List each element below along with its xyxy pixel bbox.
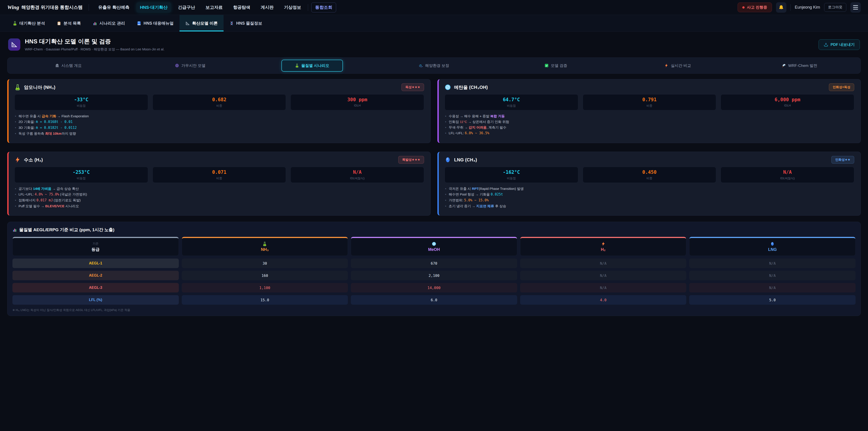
stat-label: IDLH(질식)	[722, 176, 852, 180]
stat-value: -33°C	[16, 97, 147, 102]
stat-box: -162°C비등점	[445, 167, 578, 183]
stat-label: 비중	[584, 176, 715, 180]
stat-label: IDLH(질식)	[292, 176, 423, 180]
tab-system-overview[interactable]: 시스템 개요	[7, 59, 129, 72]
app-title: 해양환경 위기대응 통합시스템	[21, 4, 83, 10]
menu-button[interactable]	[850, 2, 861, 13]
subnav-item-label: 시나리오 관리	[99, 21, 125, 26]
tab-model-validation[interactable]: 모델 검증	[495, 59, 617, 72]
stat-box: 300 ppmIDLH	[290, 94, 424, 110]
stats-row: 64.7°C비등점0.791비중6,000 ppmIDLH	[445, 94, 854, 110]
stat-box: 0.682비중	[153, 94, 286, 110]
nav-item-emergency-rescue[interactable]: 긴급구난	[174, 2, 199, 13]
nav-item-integrated-search[interactable]: 통합조회	[311, 2, 336, 12]
bullet-item: LFL~UFL: 4.0% ~ 75.0% (극넓은 가연범위)	[14, 191, 424, 197]
subnav-item-label: 대기확산 분석	[20, 21, 45, 26]
test-tube-icon	[295, 63, 299, 68]
stat-box: 0.071비중	[153, 167, 286, 183]
stat-box: 64.7°C비등점	[445, 94, 578, 110]
stat-label: 비중	[154, 176, 285, 180]
tab-label: 모델 검증	[551, 63, 567, 68]
nav-item-oil-spill-prediction[interactable]: 유출유 확산예측	[95, 2, 133, 13]
bullet-item: 수용성 → 해수 용해 + 증발 복합 거동	[445, 113, 854, 119]
tab-label: 시스템 개요	[61, 63, 82, 68]
lightning-icon	[14, 157, 21, 163]
bullet-item: 2D 기화율: ṁ = 0.0168t - 0.01	[14, 119, 424, 125]
subnav-item-label: 확산모델 이론	[192, 21, 218, 26]
aegl-comparison-panel: 물질별 AEGL/ERPG 기준 비교 (ppm, 1시간 노출) 기준등급NH…	[7, 222, 861, 316]
tab-substance-scenarios[interactable]: 물질별 시나리오	[251, 60, 373, 72]
check-icon	[545, 63, 549, 68]
page-header: HNS 대기확산 모델 이론 및 검증 WRF-Chem · Gaussian …	[0, 32, 868, 57]
table-title-row: 물질별 AEGL/ERPG 기준 비교 (ppm, 1시간 노출)	[12, 227, 856, 233]
clipboard-icon	[57, 21, 61, 26]
stat-box: 0.791비중	[583, 94, 716, 110]
incident-status-label: 사고 진행중	[747, 5, 767, 10]
bullet-item: 3D 기화율: ṁ = 0.0182t - 0.0112	[14, 125, 424, 131]
col-header-label: 등급	[92, 247, 100, 252]
stat-box: -33°C비등점	[14, 94, 148, 110]
app-logo[interactable]: Wing 해양환경 위기대응 통합시스템	[7, 4, 83, 10]
logo-wing-mark: Wing	[7, 4, 19, 10]
table-col-header-meoh: MeOH	[351, 237, 517, 256]
stat-box: N/AIDLH(질식)	[290, 167, 424, 183]
tab-realtime-comparison[interactable]: 실시간 비교	[617, 59, 739, 72]
notifications-button[interactable]	[776, 2, 786, 13]
tab-gaussian-model[interactable]: 가우시안 모델	[129, 59, 251, 72]
row-label-cell: LFL (%)	[12, 295, 179, 305]
hazard-badge: 인화성★★	[831, 156, 854, 164]
subnav-item-label: HNS 물질정보	[236, 21, 262, 26]
property-bullets: 수용성 → 해수 용해 + 증발 복합 거동인화점 11°C → 상온에서 증기…	[445, 113, 854, 136]
value-cell: 6.0	[351, 295, 517, 305]
top-navigation-bar: Wing 해양환경 위기대응 통합시스템 유출유 확산예측HNS·대기확산긴급구…	[0, 0, 868, 15]
sphere-icon	[445, 157, 451, 163]
value-cell: 670	[351, 258, 517, 268]
chemical-name: 암모니아 (NH₃)	[24, 84, 55, 90]
nav-item-board[interactable]: 게시판	[257, 2, 277, 13]
stat-value: 0.791	[584, 97, 715, 102]
tab-marine-correction[interactable]: 해양환경 보정	[373, 59, 495, 72]
stat-value: 0.450	[584, 170, 715, 175]
incident-status-badge[interactable]: 사고 진행중	[738, 2, 772, 12]
subnav-item-label: HNS 대응매뉴얼	[144, 21, 174, 26]
sphere-icon	[770, 242, 775, 246]
pdf-export-button[interactable]: PDF 내보내기	[818, 39, 860, 50]
page-title: HNS 대기확산 모델 이론 및 검증	[25, 37, 164, 45]
subnav-item-hns-substance-info[interactable]: HNS 물질정보	[223, 15, 268, 31]
value-cell: 15.0	[182, 295, 348, 305]
lightning-icon	[664, 63, 669, 68]
hamburger-icon	[853, 5, 858, 9]
chemical-card-lng: LNG (CH₄)인화성★★-162°C비등점0.450비중N/AIDLH(질식…	[437, 152, 861, 216]
rocket-icon	[782, 63, 786, 68]
stat-value: N/A	[292, 170, 423, 175]
nav-item-weather-info[interactable]: 기상정보	[280, 2, 305, 13]
nav-item-reports[interactable]: 보고자료	[202, 2, 226, 13]
stat-value: 64.7°C	[446, 97, 577, 102]
bullet-item: 공기보다 14배 가벼움 → 급속 상승 확산	[14, 186, 424, 191]
primary-nav: 유출유 확산예측HNS·대기확산긴급구난보고자료항공탐색게시판기상정보통합조회	[95, 2, 336, 13]
triangle-ruler-icon	[11, 41, 18, 48]
value-cell: 30	[182, 258, 348, 268]
logout-button[interactable]: 로그아웃	[824, 3, 846, 12]
subnav-item-scenario-management[interactable]: 시나리오 관리	[87, 15, 131, 31]
table-body: AEGL-130670N/AN/AAEGL-21602,100N/AN/AAEG…	[12, 258, 856, 305]
stat-box: 6,000 ppmIDLH	[721, 94, 854, 110]
card-header: 수소 (H₂)폭발성★★★	[14, 156, 424, 164]
stat-value: 0.071	[154, 170, 285, 175]
value-cell: 5.0	[689, 295, 856, 305]
value-cell: 1,100	[182, 283, 348, 293]
row-label-cell: AEGL-1	[12, 258, 179, 268]
nav-item-hns-air-diffusion[interactable]: HNS·대기확산	[136, 2, 171, 13]
subnav-item-analysis-list[interactable]: 분석 목록	[51, 15, 87, 31]
tab-wrf-chem-evolution[interactable]: WRF-Chem 발전	[739, 59, 861, 72]
subnav-item-air-diffusion-analysis[interactable]: 대기확산 분석	[7, 15, 51, 31]
chemical-card-meoh: 메탄올 (CH₃OH)인화성+독성64.7°C비등점0.791비중6,000 p…	[437, 79, 861, 143]
pdf-export-label: PDF 내보내기	[831, 42, 855, 47]
table-col-header-lng: LNG	[689, 237, 856, 256]
nav-item-aerial-search[interactable]: 항공탐색	[229, 2, 254, 13]
chemical-name: 메탄올 (CH₃OH)	[454, 84, 488, 90]
subnav-item-diffusion-model-theory[interactable]: 확산모델 이론	[180, 15, 223, 31]
book-icon	[137, 21, 141, 26]
stat-label: 비등점	[16, 104, 147, 108]
subnav-item-hns-response-manual[interactable]: HNS 대응매뉴얼	[131, 15, 180, 31]
